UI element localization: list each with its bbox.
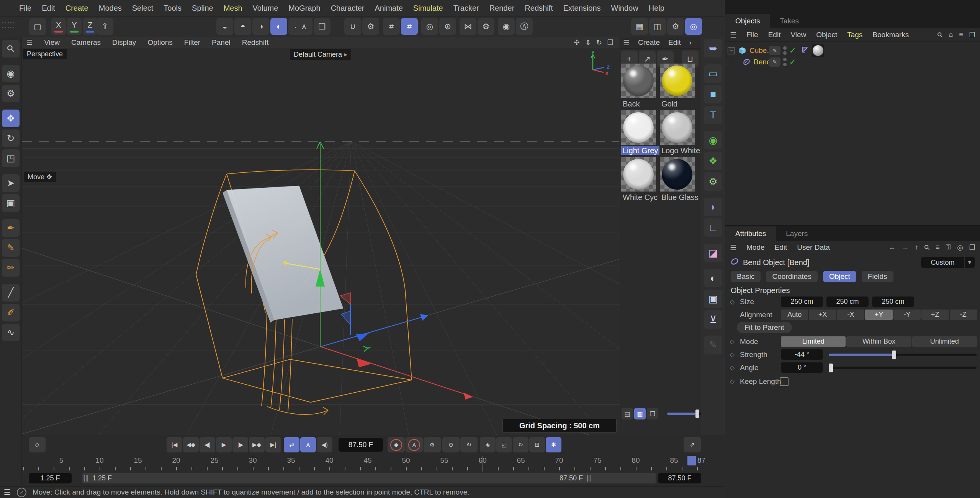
render-picture-viewer-icon[interactable]: ◫ bbox=[649, 18, 666, 35]
enabled-check-icon[interactable]: ✓ bbox=[789, 46, 796, 55]
slider-handle[interactable] bbox=[695, 410, 699, 418]
tweak-mode-icon[interactable]: ⚙ bbox=[2, 85, 20, 102]
objects-menu-item[interactable]: File bbox=[746, 31, 758, 39]
angle-slider[interactable] bbox=[829, 362, 977, 374]
goto-start-button[interactable]: |◀ bbox=[167, 437, 182, 452]
viewport-menu-item[interactable]: Options bbox=[147, 38, 172, 47]
objects-menu-item[interactable]: Object bbox=[816, 31, 837, 39]
materials-create-menu[interactable]: Create bbox=[638, 38, 660, 47]
enabled-check-icon[interactable]: ✓ bbox=[789, 57, 796, 67]
move-tool-icon[interactable]: ✥ bbox=[2, 110, 20, 127]
menubar-item[interactable]: Mesh bbox=[224, 4, 242, 13]
spline-pen-icon[interactable]: ✒ bbox=[2, 219, 20, 237]
timeline-ruler[interactable]: 510152025303540455055606570758085 bbox=[22, 455, 725, 465]
falloff-settings-icon[interactable]: ⊛ bbox=[439, 18, 456, 35]
sketch-tool-icon[interactable]: ✎ bbox=[2, 239, 20, 257]
play-button[interactable]: ▶ bbox=[216, 437, 232, 452]
next-key-button[interactable]: ▶◆ bbox=[249, 437, 265, 452]
toolbar-drag-handle[interactable] bbox=[2, 21, 15, 32]
scale-tool-icon[interactable]: ◳ bbox=[2, 149, 20, 167]
simulation-icon[interactable]: ⚙ bbox=[704, 172, 722, 191]
size-y-input[interactable]: 250 cm bbox=[826, 297, 869, 307]
size-z-input[interactable]: 250 cm bbox=[872, 297, 914, 307]
toggle-views-icon[interactable]: ❐ bbox=[607, 38, 614, 47]
viewport-menu-item[interactable]: Cameras bbox=[71, 38, 101, 47]
viewport-menu-item[interactable]: View bbox=[44, 38, 60, 47]
status-menu-icon[interactable]: ☰ bbox=[4, 488, 11, 497]
target-icon[interactable]: ◎ bbox=[957, 243, 963, 252]
edit-enable-icon[interactable]: ✎ bbox=[769, 46, 780, 55]
workplane-icon[interactable]: ❏ bbox=[314, 18, 330, 35]
visibility-dots[interactable] bbox=[783, 46, 787, 55]
material-thumbnail[interactable] bbox=[621, 64, 656, 98]
record-rotation-button[interactable]: ↻ bbox=[460, 437, 478, 452]
edit-disabled-icon[interactable]: ✎ bbox=[704, 336, 722, 354]
slider-handle[interactable] bbox=[829, 364, 833, 372]
bend-deformer-icon[interactable]: ◗ bbox=[704, 198, 722, 216]
volume-icon[interactable]: ❖ bbox=[704, 152, 722, 170]
alignment-option[interactable]: +X bbox=[809, 310, 836, 320]
multi-move-icon[interactable]: ▣ bbox=[2, 194, 20, 212]
menubar-item[interactable]: Tools bbox=[164, 4, 182, 13]
null-object-icon[interactable]: ∟ bbox=[704, 218, 722, 237]
polygons-mode-icon[interactable]: ◐ bbox=[270, 18, 287, 35]
perspective-label[interactable]: Perspective bbox=[23, 49, 67, 59]
preview-range-bar[interactable]: 1.25 F 87.50 F bbox=[82, 473, 656, 483]
pan-view-icon[interactable]: ✣ bbox=[574, 38, 580, 47]
key-rotation-button[interactable]: ↻ bbox=[513, 437, 528, 452]
menubar-item[interactable]: Create bbox=[65, 4, 88, 13]
object-row-cube[interactable]: − Cube.1 ✎ ✓ bbox=[725, 45, 980, 56]
section-tab[interactable]: Fields bbox=[862, 271, 893, 282]
home-icon[interactable]: ⌂ bbox=[949, 31, 953, 39]
material-gold[interactable]: Gold bbox=[660, 64, 695, 110]
material-thumbnail[interactable] bbox=[621, 157, 656, 192]
menubar-item[interactable]: Modes bbox=[99, 4, 122, 13]
section-tab[interactable]: Basic bbox=[731, 271, 761, 282]
mode-option[interactable]: Within Box bbox=[846, 336, 911, 347]
orientation-gizmo[interactable]: Y Z X bbox=[583, 51, 615, 76]
keyframe-settings-button[interactable]: ⚙ bbox=[424, 437, 441, 452]
material-back[interactable]: Back bbox=[621, 64, 657, 110]
snap-icon[interactable]: ∪ bbox=[344, 18, 361, 35]
viewport-menu-item[interactable]: Panel bbox=[212, 38, 231, 47]
menubar-item[interactable]: Character bbox=[331, 4, 365, 13]
knife-tool-icon[interactable]: ╱ bbox=[2, 284, 20, 301]
section-tab[interactable]: Coordinates bbox=[766, 271, 817, 282]
autokey-range-button[interactable]: A bbox=[300, 437, 316, 452]
angle-input[interactable]: 0 ° bbox=[781, 362, 823, 373]
keyframe-nav-button[interactable]: ◇ bbox=[29, 437, 46, 452]
menubar-item[interactable]: Spline bbox=[192, 4, 213, 13]
sound-button[interactable]: ◀) bbox=[317, 437, 332, 452]
record-mouse-button[interactable]: ⊖ bbox=[442, 437, 460, 452]
stage-icon[interactable]: ⊻ bbox=[704, 310, 722, 329]
popout-icon[interactable]: ❐ bbox=[969, 243, 975, 252]
objects-menu-item[interactable]: Edit bbox=[768, 31, 781, 39]
menubar-item[interactable]: Edit bbox=[42, 4, 55, 13]
menubar-item[interactable]: Animate bbox=[375, 4, 402, 13]
key-scale-button[interactable]: ◰ bbox=[496, 437, 512, 452]
rotate-tool-icon[interactable]: ↻ bbox=[2, 129, 20, 147]
pen-dashed-icon[interactable]: ✐ bbox=[2, 304, 20, 321]
enable-axis-icon[interactable]: ⋏ bbox=[296, 18, 312, 35]
key-diamond-icon[interactable]: ◇ bbox=[730, 378, 735, 385]
lock-x-button[interactable]: X bbox=[51, 18, 66, 35]
playhead[interactable] bbox=[687, 456, 696, 465]
menubar-item[interactable]: Tracker bbox=[453, 4, 479, 13]
key-pla-button[interactable]: ✱ bbox=[546, 437, 561, 452]
prev-frame-button[interactable]: ◀| bbox=[200, 437, 215, 452]
grid-view-icon[interactable]: ▦ bbox=[634, 408, 646, 419]
symmetry-settings-icon[interactable]: ⚙ bbox=[478, 18, 494, 35]
material-thumbnail[interactable] bbox=[621, 110, 656, 145]
quantize-icon[interactable]: # bbox=[383, 18, 400, 35]
forward-icon[interactable]: → bbox=[902, 243, 909, 252]
viewport-menu-item[interactable]: Redshift bbox=[242, 38, 269, 47]
redshift-renderview-icon[interactable]: ◎ bbox=[685, 18, 702, 35]
undo-history-icon[interactable]: ▢ bbox=[29, 18, 46, 35]
attributes-menu-icon[interactable]: ☰ bbox=[730, 243, 736, 252]
strength-input[interactable]: -44 ° bbox=[781, 349, 823, 360]
attributes-menu-item[interactable]: Mode bbox=[746, 243, 765, 252]
lock-y-button[interactable]: Y bbox=[67, 18, 82, 35]
render-settings-icon[interactable]: ⚙ bbox=[667, 18, 684, 35]
zoom-view-icon[interactable]: ⇕ bbox=[585, 38, 591, 47]
transform-tool-icon[interactable]: ➤ bbox=[2, 174, 20, 192]
